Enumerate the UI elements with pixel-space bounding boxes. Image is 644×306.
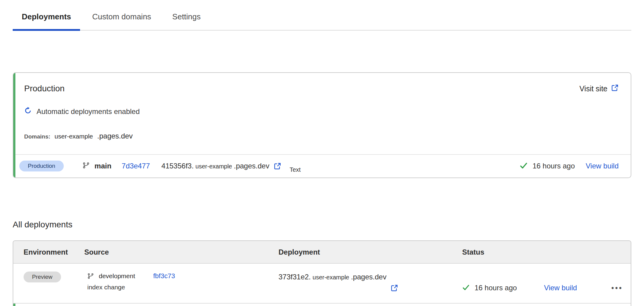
success-check-icon — [462, 284, 470, 292]
visit-site-link[interactable]: Visit site — [579, 84, 619, 93]
row-menu-button[interactable]: ••• — [611, 284, 623, 292]
tab-deployments[interactable]: Deployments — [13, 7, 80, 30]
column-header-status: Status — [462, 248, 631, 256]
view-build-link[interactable]: View build — [586, 162, 619, 170]
column-header-deployment: Deployment — [279, 248, 462, 256]
domain-project-name: user-example — [55, 133, 93, 140]
open-deployment-icon[interactable] — [391, 284, 398, 292]
deployment-url-suffix: .pages.dev — [351, 273, 386, 281]
deployment-url-project: user-example — [195, 163, 232, 170]
domain-suffix: .pages.dev — [97, 132, 133, 140]
deployment-url: 415356f3. user-example .pages.dev — [161, 162, 281, 170]
deployment-url-project: user-example — [313, 274, 349, 281]
production-deployment-row: Production main 7d3e477 415356f3. user-e… — [13, 155, 631, 177]
branch-name: development — [99, 272, 135, 280]
external-link-icon — [611, 84, 619, 93]
view-build-link[interactable]: View build — [544, 284, 577, 292]
git-branch-icon — [87, 273, 94, 279]
open-deployment-icon[interactable] — [274, 162, 281, 170]
tab-bar: Deployments Custom domains Settings — [13, 0, 631, 31]
deployment-url-prefix: 373f31e2. — [279, 273, 311, 281]
deployment-time: 16 hours ago — [475, 284, 517, 292]
domains-label: Domains: — [24, 133, 50, 140]
visit-site-label: Visit site — [579, 84, 607, 93]
table-row-partial — [13, 304, 631, 306]
column-header-source: Source — [84, 248, 279, 256]
production-card-title: Production — [24, 84, 65, 93]
commit-link[interactable]: 7d3e477 — [122, 162, 150, 170]
tab-settings[interactable]: Settings — [163, 7, 210, 30]
table-row: Preview development fbf3c73 index change — [13, 264, 631, 304]
commit-link[interactable]: fbf3c73 — [153, 272, 175, 280]
deployments-table: Environment Source Deployment Status Pre… — [13, 240, 631, 306]
production-card: Production Visit site Automa — [13, 72, 631, 178]
success-check-icon — [520, 161, 528, 171]
auto-deployments-status: Automatic deployments enabled — [37, 107, 140, 116]
commit-message: index change — [87, 284, 279, 291]
commit-message-note: Text — [290, 166, 301, 173]
deployment-url-prefix: 415356f3. — [161, 162, 194, 170]
table-header-row: Environment Source Deployment Status — [13, 241, 631, 264]
git-branch-icon — [82, 162, 90, 170]
environment-badge-preview: Preview — [24, 272, 61, 282]
environment-badge-production: Production — [19, 161, 64, 171]
deployment-url: 373f31e2. user-example .pages.dev — [279, 264, 462, 303]
column-header-environment: Environment — [24, 248, 84, 256]
branch-name: main — [95, 162, 111, 170]
tab-custom-domains[interactable]: Custom domains — [83, 7, 160, 30]
deployment-time: 16 hours ago — [533, 162, 575, 170]
refresh-icon — [24, 107, 32, 116]
all-deployments-heading: All deployments — [13, 220, 631, 229]
deployment-url-suffix: .pages.dev — [234, 162, 269, 170]
